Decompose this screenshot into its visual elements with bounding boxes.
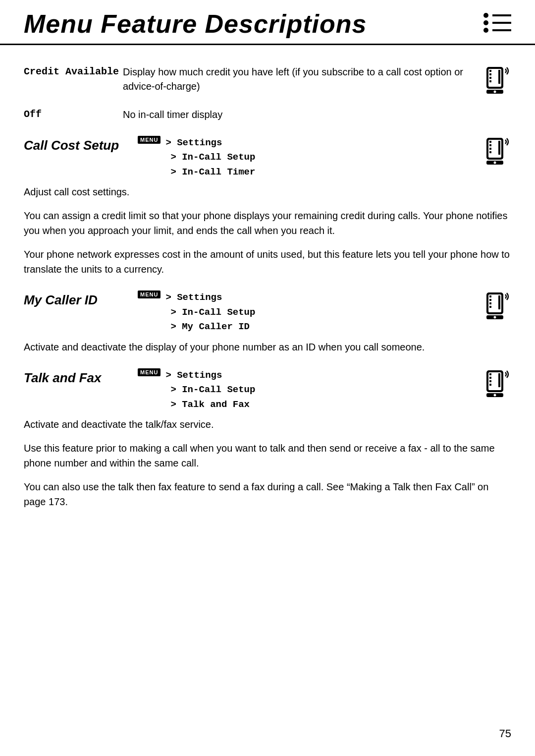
- svg-rect-13: [489, 148, 491, 150]
- my-caller-id-menu-path: MENU > Settings > In‑Call Setup > My Cal…: [138, 291, 255, 334]
- my-caller-id-header: My Caller ID MENU > Settings > In‑Call S…: [24, 291, 511, 334]
- talk-and-fax-menu-path: MENU > Settings > In‑Call Setup > Talk a…: [138, 368, 255, 412]
- svg-rect-22: [489, 302, 491, 304]
- menu-line3: > Talk and Fax: [170, 398, 255, 412]
- menu-line2: > In‑Call Setup: [170, 305, 255, 320]
- talk-and-fax-para1: Activate and deactivate the talk/fax ser…: [24, 417, 511, 432]
- off-label: Off: [24, 108, 123, 120]
- talk-and-fax-para2: Use this feature prior to making a call …: [24, 441, 511, 470]
- svg-point-26: [494, 316, 496, 319]
- svg-rect-29: [489, 373, 491, 375]
- off-row: Off No in-call timer display: [24, 108, 511, 122]
- main-content: Credit Available Display how much credit…: [0, 50, 535, 538]
- line-icon: [492, 14, 511, 16]
- call-cost-para2: You can assign a credit limit so that yo…: [24, 208, 511, 238]
- phone-icon-svg-3: [482, 291, 511, 321]
- svg-rect-6: [498, 70, 500, 84]
- svg-point-8: [494, 91, 496, 93]
- page-number: 75: [499, 727, 511, 740]
- talk-and-fax-phone-icon: [482, 368, 511, 401]
- credit-available-label: Credit Available: [24, 65, 123, 77]
- call-cost-menu-lines: > Settings > In‑Call Setup > In‑Call Tim…: [165, 136, 255, 179]
- my-caller-id-para1: Activate and deactivate the display of y…: [24, 340, 511, 354]
- dot-icon: [483, 28, 488, 33]
- menu-line2: > In‑Call Setup: [170, 383, 255, 397]
- my-caller-id-label: My Caller ID: [24, 291, 138, 308]
- menu-line3: > My Caller ID: [170, 320, 255, 334]
- page-header: Menu Feature Descriptions: [0, 0, 535, 45]
- menu-line1: > Settings: [165, 368, 255, 383]
- menu-line1: > Settings: [165, 291, 255, 305]
- call-cost-setup-header: Call Cost Setup MENU > Settings > In‑Cal…: [24, 136, 511, 179]
- call-cost-menu-path: MENU > Settings > In‑Call Setup > In‑Cal…: [138, 136, 255, 179]
- svg-rect-3: [489, 73, 491, 75]
- talk-and-fax-label: Talk and Fax: [24, 368, 138, 386]
- talk-and-fax-para3: You can also use the talk then fax featu…: [24, 479, 511, 509]
- svg-rect-5: [489, 80, 491, 82]
- menu-line1: > Settings: [165, 136, 255, 150]
- svg-rect-4: [489, 77, 491, 79]
- svg-rect-12: [489, 144, 491, 146]
- page: Menu Feature Descriptions Credit Availab…: [0, 0, 535, 756]
- credit-available-row: Credit Available Display how much credit…: [24, 65, 511, 98]
- menu-badge: MENU: [138, 136, 160, 144]
- menu-line2: > In‑Call Setup: [170, 150, 255, 165]
- header-icon-row2: [483, 20, 511, 25]
- svg-point-17: [494, 162, 496, 164]
- svg-rect-2: [489, 70, 491, 72]
- svg-rect-33: [498, 373, 500, 387]
- svg-rect-30: [489, 377, 491, 379]
- svg-rect-31: [489, 380, 491, 382]
- call-cost-para1: Adjust call cost settings.: [24, 184, 511, 199]
- call-cost-phone-icon: [482, 136, 511, 169]
- call-cost-para3: Your phone network expresses cost in the…: [24, 247, 511, 277]
- my-caller-id-phone-icon: [482, 291, 511, 323]
- menu-badge-3: MENU: [138, 368, 160, 376]
- svg-point-35: [494, 394, 496, 396]
- off-desc: No in-call timer display: [123, 108, 511, 122]
- credit-available-desc: Display how much credit you have left (i…: [123, 65, 471, 94]
- my-caller-id-menu-lines: > Settings > In‑Call Setup > My Caller I…: [165, 291, 255, 334]
- svg-rect-20: [489, 295, 491, 297]
- svg-rect-15: [498, 141, 500, 155]
- dot-icon: [483, 20, 488, 25]
- menu-badge-2: MENU: [138, 291, 160, 298]
- svg-rect-23: [489, 306, 491, 308]
- talk-and-fax-header: Talk and Fax MENU > Settings > In‑Call S…: [24, 368, 511, 412]
- call-cost-setup-label: Call Cost Setup: [24, 136, 138, 153]
- dot-icon: [483, 13, 488, 18]
- credit-available-phone-icon: [482, 65, 511, 98]
- svg-rect-32: [489, 384, 491, 386]
- header-menu-icon: [483, 9, 511, 33]
- header-icon-row3: [483, 28, 511, 33]
- svg-rect-14: [489, 151, 491, 153]
- phone-icon-svg-4: [482, 368, 511, 399]
- svg-rect-24: [498, 295, 500, 309]
- svg-rect-11: [489, 141, 491, 143]
- svg-rect-21: [489, 299, 491, 301]
- phone-icon-svg: [482, 65, 511, 96]
- line-icon: [492, 29, 511, 31]
- phone-icon-svg-2: [482, 136, 511, 167]
- page-title: Menu Feature Descriptions: [24, 9, 367, 39]
- header-icon-row1: [483, 13, 511, 18]
- line-icon: [492, 22, 511, 24]
- talk-and-fax-menu-lines: > Settings > In‑Call Setup > Talk and Fa…: [165, 368, 255, 412]
- menu-line3: > In‑Call Timer: [170, 165, 255, 179]
